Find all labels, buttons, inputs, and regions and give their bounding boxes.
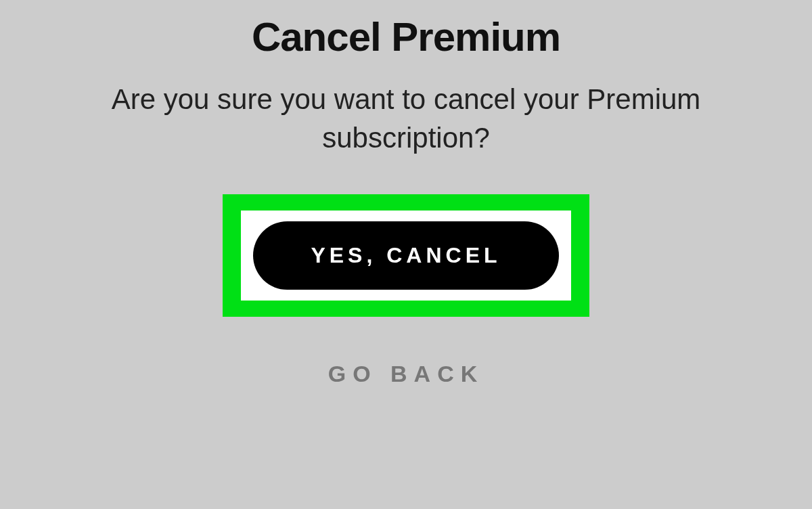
- page-title: Cancel Premium: [252, 14, 560, 60]
- highlight-annotation: YES, CANCEL: [223, 194, 589, 317]
- highlight-inner: YES, CANCEL: [241, 211, 570, 301]
- confirm-cancel-button[interactable]: YES, CANCEL: [253, 221, 558, 290]
- go-back-button[interactable]: GO BACK: [328, 361, 484, 387]
- confirmation-message: Are you sure you want to cancel your Pre…: [51, 81, 761, 157]
